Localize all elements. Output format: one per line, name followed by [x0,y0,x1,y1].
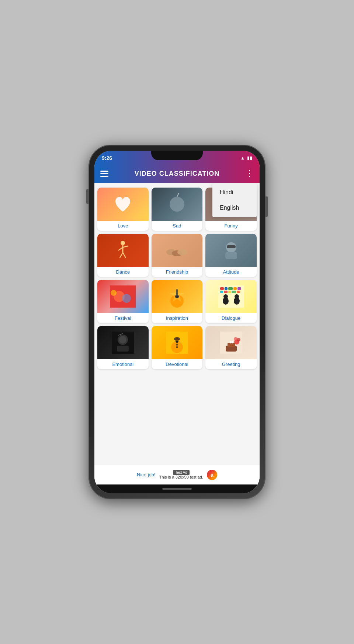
emotional-thumbnail [97,326,149,359]
svg-rect-29 [233,287,237,290]
svg-point-19 [122,294,131,303]
hamburger-line2 [100,173,108,174]
svg-rect-30 [237,287,241,290]
category-attitude[interactable]: Attitude [205,234,257,277]
svg-point-58 [234,337,237,341]
svg-point-5 [121,241,125,245]
svg-rect-16 [227,245,236,248]
language-dropdown[interactable]: Hindi English [212,183,257,217]
category-devotional[interactable]: Devotional [152,326,203,369]
svg-line-7 [118,247,123,250]
home-indicator [162,488,192,490]
home-bar [94,484,260,493]
category-emotional[interactable]: Emotional [97,326,149,369]
svg-rect-28 [228,287,233,290]
funny-label: Funny [223,221,239,231]
svg-rect-34 [232,291,236,293]
friendship-thumbnail [152,234,203,267]
dance-thumbnail [97,234,149,267]
svg-point-39 [235,294,239,299]
hamburger-line3 [100,176,108,177]
phone-screen: 9:26 ▲ ▮▮ VIDEO CLASSIFICATION ⋮ Hindi E… [94,151,260,493]
svg-rect-27 [225,287,228,290]
ad-description: This is a 320x50 test ad. [159,475,203,479]
power-button [266,196,268,217]
love-label: Love [116,221,129,231]
svg-rect-60 [232,341,233,343]
category-dialogue[interactable]: Dialogue [205,280,257,323]
festival-label: Festival [113,313,133,323]
svg-line-1 [177,193,179,197]
friendship-label: Friendship [164,267,190,277]
ad-nice-job: Nice job! [137,472,156,477]
svg-rect-35 [237,291,240,293]
svg-rect-44 [117,346,129,352]
svg-point-49 [176,344,178,346]
svg-point-13 [177,249,188,255]
greeting-thumbnail [205,326,257,359]
attitude-thumbnail [205,234,257,267]
wifi-icon: ▲ [240,155,245,161]
svg-point-47 [174,337,180,341]
svg-rect-32 [224,291,228,293]
status-icons: ▲ ▮▮ [240,155,252,161]
inspiration-thumbnail [152,280,203,313]
festival-thumbnail [97,280,149,313]
dance-label: Dance [115,267,132,277]
status-time: 9:26 [102,155,112,161]
category-inspiration[interactable]: Inspiration [152,280,203,323]
svg-line-9 [120,253,123,258]
content-area: Hindi English Love [94,183,260,465]
svg-point-42 [119,336,126,343]
category-sad[interactable]: Sad [152,188,203,231]
emotional-label: Emotional [111,359,135,369]
inspiration-label: Inspiration [164,313,190,323]
devotional-label: Devotional [164,359,190,369]
phone-frame: 9:26 ▲ ▮▮ VIDEO CLASSIFICATION ⋮ Hindi E… [88,145,266,499]
volume-button [86,189,88,204]
svg-line-10 [123,253,126,258]
more-button[interactable]: ⋮ [246,169,254,178]
ad-banner: Nice job! Test Ad This is a 320x50 test … [94,465,260,484]
ad-logo: a [207,470,217,480]
category-dance[interactable]: Dance [97,234,149,277]
svg-point-20 [111,290,117,296]
battery-icon: ▮▮ [247,155,252,161]
svg-line-8 [123,246,128,247]
svg-rect-59 [230,341,231,343]
svg-rect-26 [220,287,224,290]
category-love[interactable]: Love [97,188,149,231]
svg-point-51 [176,341,177,342]
dialogue-label: Dialogue [220,313,242,323]
svg-point-37 [223,294,228,299]
ad-content: Test Ad This is a 320x50 test ad. [159,470,203,479]
category-greeting[interactable]: Greeting [205,326,257,369]
svg-rect-24 [176,289,178,296]
sad-label: Sad [171,221,183,231]
ad-test-label: Test Ad [173,470,190,475]
svg-rect-31 [220,291,223,293]
dialogue-thumbnail [205,280,257,313]
menu-button[interactable] [100,171,108,177]
sad-thumbnail [152,188,203,221]
attitude-label: Attitude [222,267,241,277]
hamburger-line1 [100,171,108,172]
category-festival[interactable]: Festival [97,280,149,323]
dropdown-english[interactable]: English [212,200,257,216]
devotional-thumbnail [152,326,203,359]
svg-rect-15 [225,252,237,259]
app-header: VIDEO CLASSIFICATION ⋮ [94,164,260,183]
svg-point-50 [176,346,178,348]
page-title: VIDEO CLASSIFICATION [135,170,220,178]
svg-rect-55 [228,343,235,347]
dropdown-hindi[interactable]: Hindi [212,185,257,200]
love-thumbnail [97,188,149,221]
category-friendship[interactable]: Friendship [152,234,203,277]
svg-point-52 [177,341,178,342]
greeting-label: Greeting [221,359,242,369]
svg-point-0 [170,197,184,212]
svg-rect-33 [228,291,231,293]
notch [151,151,203,160]
